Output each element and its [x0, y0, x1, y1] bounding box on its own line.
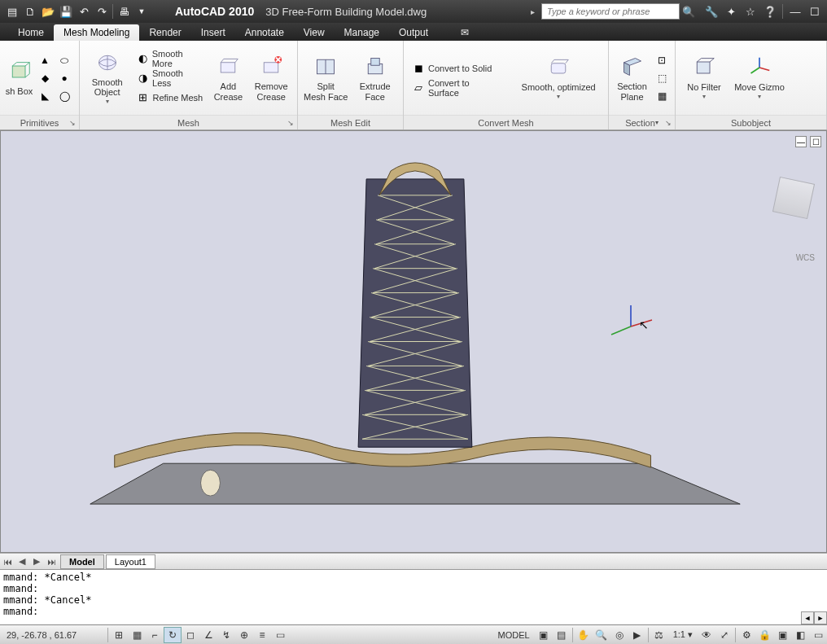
autoscale-icon[interactable]: ⤢ [715, 627, 733, 643]
section-block-icon[interactable]: ▦ [654, 88, 670, 104]
tab-insert[interactable]: Insert [191, 24, 235, 41]
refine-mesh-button[interactable]: ⊞Refine Mesh [133, 89, 206, 107]
section-jog-icon[interactable]: ⬚ [654, 70, 670, 86]
annotation-scale-icon[interactable]: ⚖ [650, 627, 668, 643]
search-input[interactable] [541, 3, 680, 20]
quick-properties-icon[interactable]: ▭ [271, 627, 289, 643]
panel-arrow-icon[interactable]: ↘ [665, 119, 672, 127]
lineweight-icon[interactable]: ≡ [253, 627, 271, 643]
tab-view[interactable]: View [294, 24, 335, 41]
polar-tracking-icon[interactable]: ↻ [164, 627, 182, 643]
tab-annotate[interactable]: Annotate [235, 24, 294, 41]
tab-mesh-modeling[interactable]: Mesh Modeling [54, 24, 139, 41]
wcs-label[interactable]: WCS [796, 253, 815, 262]
mesh-torus-icon[interactable]: ◯ [56, 88, 72, 104]
extrude-face-button[interactable]: ExtrudeFace [352, 49, 399, 107]
undo-icon[interactable]: ↶ [75, 2, 93, 20]
viewport-maximize-icon[interactable]: ☐ [810, 136, 821, 147]
split-face-icon [313, 54, 339, 80]
cmd-scroll-left-icon[interactable]: ◀ [801, 611, 814, 624]
panel-mesh-title: Mesh [177, 118, 199, 128]
annotation-visibility-icon[interactable]: 👁 [698, 627, 715, 643]
mesh-cone-icon[interactable]: ▲ [37, 52, 53, 68]
quick-view-layouts-icon[interactable]: ▣ [535, 627, 553, 643]
search-icon[interactable]: 🔍 [680, 2, 698, 20]
snap-mode-icon[interactable]: ⊞ [110, 627, 128, 643]
tab-manage[interactable]: Manage [335, 24, 389, 41]
favorites-icon[interactable]: ☆ [742, 2, 759, 20]
move-gizmo-button[interactable]: Move Gizmo▾ [731, 49, 788, 107]
layout1-tab[interactable]: Layout1 [106, 554, 155, 569]
svg-point-69 [201, 470, 221, 496]
app-menu-button[interactable]: ▤ [3, 2, 21, 20]
split-mesh-face-button[interactable]: SplitMesh Face [303, 49, 349, 107]
mesh-box-button[interactable]: sh Box [5, 49, 33, 107]
toolbar-lock-icon[interactable]: 🔒 [755, 627, 773, 643]
save-icon[interactable]: 💾 [57, 2, 75, 20]
grid-display-icon[interactable]: ▦ [128, 627, 146, 643]
maximize-icon[interactable]: ☐ [806, 2, 824, 20]
live-section-icon[interactable]: ⊡ [654, 52, 670, 68]
smooth-more-button[interactable]: ◐Smooth More [133, 50, 206, 68]
mesh-sphere-icon[interactable]: ● [56, 70, 72, 86]
isolate-objects-icon[interactable]: ◧ [791, 627, 809, 643]
dynamic-input-icon[interactable]: ⊕ [235, 627, 253, 643]
smooth-object-icon [94, 50, 120, 76]
tab-nav-last-icon[interactable]: ⏭ [44, 557, 59, 567]
new-icon[interactable]: 🗋 [21, 2, 39, 20]
to-surface-icon: ▱ [412, 81, 425, 94]
tab-render[interactable]: Render [139, 24, 190, 41]
search-arrow-icon[interactable]: ▸ [523, 2, 541, 20]
mesh-wedge-icon[interactable]: ◣ [37, 88, 53, 104]
remove-crease-button[interactable]: RemoveCrease [250, 49, 292, 107]
cmd-scroll-right-icon[interactable]: ▶ [814, 611, 827, 624]
object-snap-icon[interactable]: ◻ [182, 627, 199, 643]
object-snap-tracking-icon[interactable]: ∠ [199, 627, 217, 643]
command-window[interactable]: mmand: *Cancel* mmand: mmand: *Cancel* m… [0, 569, 827, 624]
quick-view-drawings-icon[interactable]: ▤ [553, 627, 571, 643]
zoom-icon[interactable]: 🔍 [593, 627, 610, 643]
annotation-scale-label[interactable]: 1:1 ▾ [668, 629, 698, 640]
subscription-icon[interactable]: 🔧 [702, 2, 720, 20]
pan-icon[interactable]: ✋ [575, 627, 593, 643]
tab-nav-prev-icon[interactable]: ◀ [15, 556, 29, 567]
svg-line-28 [710, 59, 714, 62]
panel-arrow-icon[interactable]: ↘ [69, 119, 76, 127]
tab-extras-icon[interactable]: ✉ [454, 24, 475, 41]
redo-icon[interactable]: ↷ [93, 2, 111, 20]
tab-home[interactable]: Home [8, 24, 54, 41]
convert-to-surface-button[interactable]: ▱Convert to Surface [409, 79, 505, 97]
workspace-switching-icon[interactable]: ⚙ [737, 627, 755, 643]
no-filter-button[interactable]: No Filter▾ [680, 49, 728, 107]
smooth-object-button[interactable]: SmoothObject▾ [85, 49, 129, 107]
svg-rect-19 [371, 59, 380, 66]
smooth-optimized-button[interactable]: Smooth, optimized▾ [514, 49, 603, 107]
open-icon[interactable]: 📂 [39, 2, 57, 20]
mesh-pyramid-icon[interactable]: ◆ [37, 70, 53, 86]
minimize-icon[interactable]: — [786, 2, 804, 20]
tab-nav-first-icon[interactable]: ⏮ [0, 557, 15, 567]
tab-output[interactable]: Output [389, 24, 438, 41]
mesh-cylinder-icon[interactable]: ⬭ [56, 52, 72, 68]
showmotion-icon[interactable]: ▶ [628, 627, 646, 643]
qat-dropdown-icon[interactable]: ▼ [133, 2, 151, 20]
smooth-less-button[interactable]: ◑Smooth Less [133, 69, 206, 87]
add-crease-button[interactable]: AddCrease [209, 49, 247, 107]
model-space-label[interactable]: MODEL [493, 630, 535, 640]
help-icon[interactable]: ❔ [761, 2, 779, 20]
tab-nav-next-icon[interactable]: ▶ [29, 556, 44, 567]
hardware-accel-icon[interactable]: ▣ [773, 627, 791, 643]
convert-to-solid-button[interactable]: ◼Convert to Solid [409, 59, 505, 77]
clean-screen-icon[interactable]: ▭ [809, 627, 827, 643]
steering-wheel-icon[interactable]: ◎ [610, 627, 628, 643]
viewport[interactable]: — ☐ WCS ↖ [0, 130, 827, 553]
print-icon[interactable]: 🖶 [115, 2, 133, 20]
model-tab[interactable]: Model [60, 554, 104, 569]
ducs-icon[interactable]: ↯ [217, 627, 235, 643]
panel-arrow-icon[interactable]: ↘ [287, 119, 294, 127]
ortho-mode-icon[interactable]: ⌐ [146, 627, 164, 643]
viewcube[interactable] [772, 177, 815, 219]
section-plane-button[interactable]: SectionPlane [614, 49, 650, 107]
viewport-minimize-icon[interactable]: — [795, 136, 807, 147]
exchange-icon[interactable]: ✦ [722, 2, 740, 20]
